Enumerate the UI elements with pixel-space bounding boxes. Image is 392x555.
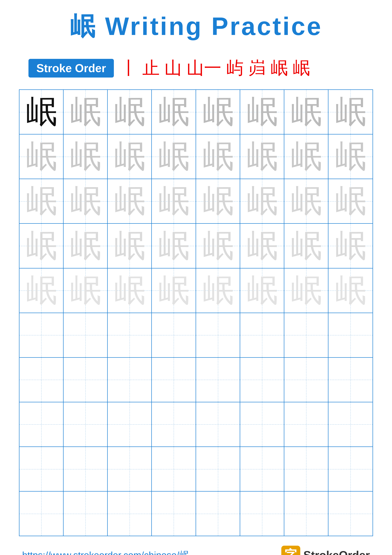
grid-cell[interactable]: 岷	[328, 134, 372, 179]
grid-cell[interactable]	[152, 402, 196, 446]
grid-cell[interactable]	[328, 313, 372, 357]
grid-cell[interactable]: 岷	[284, 269, 328, 313]
grid-cell[interactable]	[240, 492, 284, 536]
grid-cell[interactable]: 岷	[196, 134, 240, 179]
grid-cell[interactable]	[108, 447, 152, 491]
grid-cell[interactable]: 岷	[196, 90, 240, 134]
practice-char: 岷	[64, 179, 107, 223]
grid-cell[interactable]: 岷	[328, 269, 372, 313]
grid-cell[interactable]: 岷	[152, 224, 196, 268]
grid-cell[interactable]	[240, 358, 284, 402]
grid-cell[interactable]: 岷	[284, 134, 328, 179]
practice-char: 岷	[152, 134, 195, 179]
grid-cell[interactable]	[20, 358, 64, 402]
grid-cell[interactable]	[196, 447, 240, 491]
grid-cell[interactable]: 岷	[284, 90, 328, 134]
grid-cell[interactable]	[328, 358, 372, 402]
grid-row-3: 岷 岷 岷 岷 岷 岷 岷 岷	[20, 179, 372, 224]
grid-cell[interactable]	[196, 402, 240, 446]
grid-cell[interactable]: 岷	[152, 269, 196, 313]
grid-cell[interactable]	[196, 358, 240, 402]
title-char: 岷	[70, 12, 96, 40]
grid-cell[interactable]: 岷	[240, 179, 284, 223]
grid-cell[interactable]	[152, 358, 196, 402]
grid-row-4: 岷 岷 岷 岷 岷 岷 岷 岷	[20, 224, 372, 268]
grid-row-7	[20, 358, 372, 402]
grid-cell[interactable]: 岷	[196, 269, 240, 313]
grid-cell[interactable]	[20, 492, 64, 536]
grid-cell[interactable]	[152, 492, 196, 536]
practice-char: 岷	[20, 179, 63, 223]
grid-cell[interactable]	[328, 402, 372, 446]
grid-cell[interactable]	[240, 447, 284, 491]
stroke-order-chars: 丨 止 山 山一 屿 岿 岷 岷	[120, 56, 310, 80]
grid-cell[interactable]	[108, 358, 152, 402]
grid-cell[interactable]: 岷	[64, 134, 108, 179]
grid-cell[interactable]: 岷	[152, 179, 196, 223]
grid-cell[interactable]: 岷	[328, 90, 372, 134]
practice-char: 岷	[284, 90, 328, 134]
grid-cell[interactable]: 岷	[108, 269, 152, 313]
grid-cell[interactable]: 岷	[240, 224, 284, 268]
grid-cell[interactable]: 岷	[20, 90, 64, 134]
grid-cell[interactable]: 岷	[240, 269, 284, 313]
practice-char: 岷	[108, 224, 151, 268]
grid-cell[interactable]: 岷	[240, 134, 284, 179]
grid-cell[interactable]: 岷	[20, 179, 64, 223]
grid-cell[interactable]	[284, 358, 328, 402]
practice-grid: 岷 岷 岷 岷 岷 岷 岷 岷 岷	[19, 89, 373, 536]
grid-cell[interactable]: 岷	[284, 179, 328, 223]
grid-cell[interactable]	[152, 313, 196, 357]
grid-cell[interactable]	[108, 313, 152, 357]
grid-cell[interactable]	[108, 402, 152, 446]
grid-row-10	[20, 492, 372, 536]
practice-char: 岷	[20, 224, 63, 268]
grid-cell[interactable]	[240, 313, 284, 357]
grid-cell[interactable]	[152, 447, 196, 491]
footer-url[interactable]: https://www.strokeorder.com/chinese/岷	[22, 549, 189, 555]
grid-cell[interactable]	[64, 447, 108, 491]
grid-cell[interactable]	[64, 492, 108, 536]
grid-cell[interactable]: 岷	[20, 134, 64, 179]
grid-cell[interactable]: 岷	[108, 90, 152, 134]
grid-cell[interactable]: 岷	[64, 269, 108, 313]
practice-char: 岷	[20, 134, 63, 179]
stroke-step-2: 止	[142, 56, 160, 80]
grid-cell[interactable]: 岷	[108, 179, 152, 223]
grid-cell[interactable]	[20, 402, 64, 446]
grid-cell[interactable]: 岷	[64, 224, 108, 268]
grid-cell[interactable]	[64, 402, 108, 446]
grid-cell[interactable]: 岷	[20, 269, 64, 313]
practice-char: 岷	[196, 179, 240, 223]
grid-cell[interactable]: 岷	[196, 179, 240, 223]
grid-cell[interactable]	[284, 492, 328, 536]
grid-cell[interactable]	[284, 447, 328, 491]
grid-cell[interactable]	[20, 447, 64, 491]
grid-cell[interactable]	[328, 492, 372, 536]
grid-cell[interactable]: 岷	[152, 90, 196, 134]
grid-cell[interactable]	[284, 313, 328, 357]
grid-cell[interactable]: 岷	[328, 179, 372, 223]
stroke-step-5: 屿	[226, 56, 243, 80]
grid-cell[interactable]	[196, 492, 240, 536]
grid-cell[interactable]: 岷	[64, 179, 108, 223]
grid-cell[interactable]: 岷	[328, 224, 372, 268]
grid-cell[interactable]	[328, 447, 372, 491]
grid-cell[interactable]	[64, 358, 108, 402]
grid-cell[interactable]	[64, 313, 108, 357]
grid-cell[interactable]	[240, 402, 284, 446]
grid-cell[interactable]: 岷	[284, 224, 328, 268]
grid-cell[interactable]	[196, 313, 240, 357]
grid-cell[interactable]	[284, 402, 328, 446]
grid-cell[interactable]: 岷	[64, 90, 108, 134]
grid-cell[interactable]	[108, 492, 152, 536]
grid-cell[interactable]: 岷	[108, 224, 152, 268]
grid-cell[interactable]: 岷	[152, 134, 196, 179]
grid-cell[interactable]: 岷	[108, 134, 152, 179]
grid-cell[interactable]: 岷	[20, 224, 64, 268]
grid-cell[interactable]: 岷	[196, 224, 240, 268]
grid-cell[interactable]	[20, 313, 64, 357]
grid-cell[interactable]: 岷	[240, 90, 284, 134]
practice-char: 岷	[328, 134, 372, 179]
practice-char: 岷	[196, 224, 240, 268]
